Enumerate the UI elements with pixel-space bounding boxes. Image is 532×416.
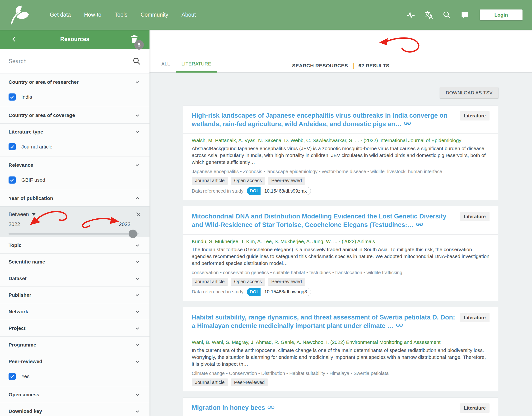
chip-peer-reviewed: Peer-reviewed [231, 378, 268, 386]
filter-label: Literature type [9, 129, 134, 135]
year-to-value: 2022 [119, 221, 131, 227]
search-icon[interactable] [439, 8, 454, 22]
filter-header[interactable]: Peer-reviewed [0, 353, 149, 369]
doi-badge: DOI [247, 187, 261, 195]
filter-label: Project [9, 325, 134, 331]
filter-header[interactable]: Open access [0, 386, 149, 403]
link-icon[interactable] [396, 321, 403, 331]
checkbox-checked[interactable] [9, 94, 16, 101]
back-chevron-icon[interactable] [10, 34, 19, 44]
nav-actions: Login [403, 8, 522, 22]
results-tabs: ALL LITERATURE [156, 56, 217, 72]
doi-value: 10.15468/dl.uwhqg8 [261, 288, 311, 296]
filter-section-project: Project [0, 320, 149, 336]
checkbox-checked[interactable] [9, 373, 16, 380]
filter-header[interactable]: Country or area of coverage [0, 107, 149, 123]
filter-label: Relevance [9, 162, 134, 168]
result-authors[interactable]: Walsh, M. Pattanaik, A. Vyas, N. Saxena,… [192, 137, 490, 144]
checkbox-checked[interactable] [9, 176, 16, 184]
result-authors[interactable]: Kundu, S. Mukherjee, T. Kim, A. Lee, S. … [192, 238, 490, 245]
chevron-down-icon [134, 78, 141, 86]
filter-header[interactable]: Download key [0, 403, 149, 416]
nav-item-about[interactable]: About [175, 12, 203, 18]
close-icon[interactable] [135, 211, 142, 218]
filter-header[interactable]: Topic [0, 237, 149, 253]
chip-journal-article: Journal article [192, 278, 228, 285]
results-body: DOWNLOAD AS TSV High-risk landscapes of … [149, 73, 532, 416]
link-icon[interactable] [416, 221, 423, 230]
year-mode-dropdown[interactable]: Between [9, 211, 29, 217]
pulse-icon[interactable] [403, 8, 418, 22]
filter-section-peer-reviewed: Peer-reviewed Yes [0, 353, 149, 386]
filter-section-publisher: Publisher [0, 286, 149, 303]
nav-item-tools[interactable]: Tools [108, 12, 134, 18]
filter-header[interactable]: Publisher [0, 287, 149, 303]
filter-header[interactable]: Country or area of researcher [0, 74, 149, 90]
filter-label: Open access [9, 392, 134, 397]
year-slider-track[interactable] [9, 233, 139, 235]
filter-header[interactable]: Dataset [0, 270, 149, 286]
literature-badge: Literature [460, 403, 490, 413]
filter-option-label: Journal article [21, 144, 52, 150]
filter-label: Programme [9, 342, 134, 348]
result-authors[interactable]: Wani, B. Wani, S. Magray, J. Ahmad, R. G… [192, 339, 490, 346]
chevron-down-icon [134, 341, 141, 348]
search-icon[interactable] [132, 57, 141, 66]
filter-section-year-of-publication: Year of publication Between 2022 2022 [0, 190, 149, 237]
nav-item-how-to[interactable]: How-to [77, 12, 108, 18]
top-nav: Get data How-to Tools Community About [0, 0, 532, 30]
filter-section-literature-type: Literature type Journal article [0, 123, 149, 157]
result-title-link[interactable]: Mitochondrial DNA and Distribution Model… [192, 212, 455, 230]
chat-icon[interactable] [457, 8, 472, 22]
filter-label: Year of publication [9, 195, 134, 201]
chevron-down-icon [134, 258, 141, 265]
filter-header[interactable]: Relevance [0, 157, 149, 173]
chevron-down-icon [134, 308, 141, 315]
results-count: 62 RESULTS [358, 63, 389, 68]
dropdown-caret-icon[interactable] [32, 213, 36, 216]
literature-result-card: Mitochondrial DNA and Distribution Model… [183, 206, 498, 301]
result-title-link[interactable]: High-risk landscapes of Japanese encepha… [192, 111, 455, 129]
filter-option-label: India [21, 94, 32, 100]
filter-header[interactable]: Network [0, 303, 149, 320]
doi-link[interactable]: DOI 10.15468/dl.uwhqg8 [247, 288, 311, 296]
translate-icon[interactable] [421, 8, 436, 22]
nav-item-community[interactable]: Community [134, 12, 175, 18]
login-button[interactable]: Login [480, 9, 522, 20]
doi-prefix: Data referenced in study [192, 188, 243, 194]
tab-literature[interactable]: LITERATURE [176, 56, 217, 72]
filter-header[interactable]: Scientific name [0, 254, 149, 270]
filter-header[interactable]: Literature type [0, 123, 149, 140]
literature-badge: Literature [460, 212, 490, 221]
result-abstract: AbstractBackgroundJapanese encephalitis … [192, 145, 490, 166]
result-abstract: The Indian star tortoise (Geochelone ele… [192, 246, 490, 267]
result-title-link[interactable]: Habitat suitability, range dynamics, and… [192, 313, 455, 331]
gbif-logo-icon[interactable] [10, 5, 29, 25]
filter-label: Scientific name [9, 259, 134, 265]
link-icon[interactable] [267, 404, 275, 413]
checkbox-checked[interactable] [9, 143, 16, 150]
literature-result-card: Migration in honey bees Literature Vijay… [183, 397, 498, 416]
download-tsv-button[interactable]: DOWNLOAD AS TSV [440, 87, 498, 98]
search-input[interactable] [9, 58, 132, 65]
doi-link[interactable]: DOI 10.15468/dl.s99zmx [247, 187, 311, 195]
filter-section-country-of-researcher: Country or area of researcher India [0, 74, 149, 107]
chevron-down-icon [134, 325, 141, 332]
link-icon[interactable] [404, 120, 411, 129]
filter-header[interactable]: Project [0, 320, 149, 336]
filter-header[interactable]: Year of publication [0, 190, 149, 206]
filter-header[interactable]: Programme [0, 337, 149, 353]
nav-item-get-data[interactable]: Get data [43, 12, 77, 18]
doi-badge: DOI [247, 288, 261, 296]
tab-all[interactable]: ALL [156, 56, 176, 72]
year-slider-handle[interactable] [129, 230, 137, 238]
active-filter-count-badge: 5 [134, 40, 144, 50]
sidebar-title: Resources [60, 36, 89, 42]
filter-section-download-key: Download key [0, 403, 149, 416]
result-keywords: conservation • conservation genetics • s… [192, 270, 490, 275]
chevron-down-icon [134, 128, 141, 135]
filter-label: Peer-reviewed [9, 359, 134, 364]
result-title-link[interactable]: Migration in honey bees [192, 403, 275, 413]
filter-option-label: Yes [21, 374, 29, 379]
filter-section-dataset: Dataset [0, 270, 149, 286]
